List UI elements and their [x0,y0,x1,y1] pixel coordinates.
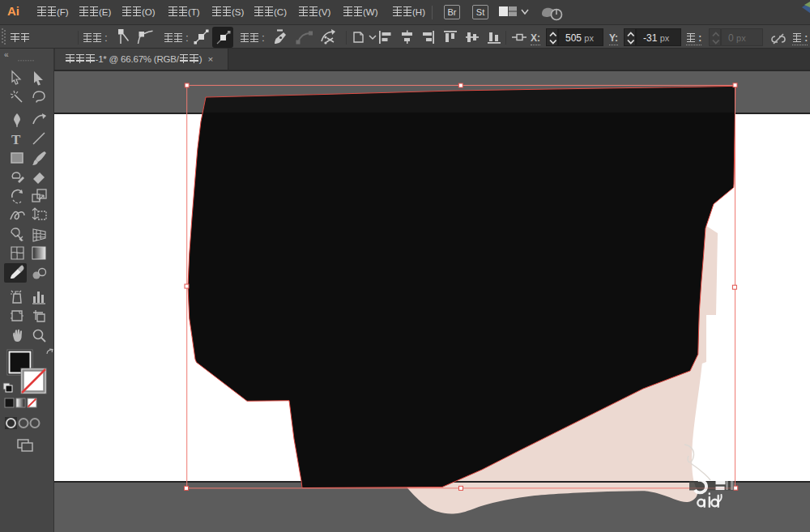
svg-text:T: T [11,132,21,147]
